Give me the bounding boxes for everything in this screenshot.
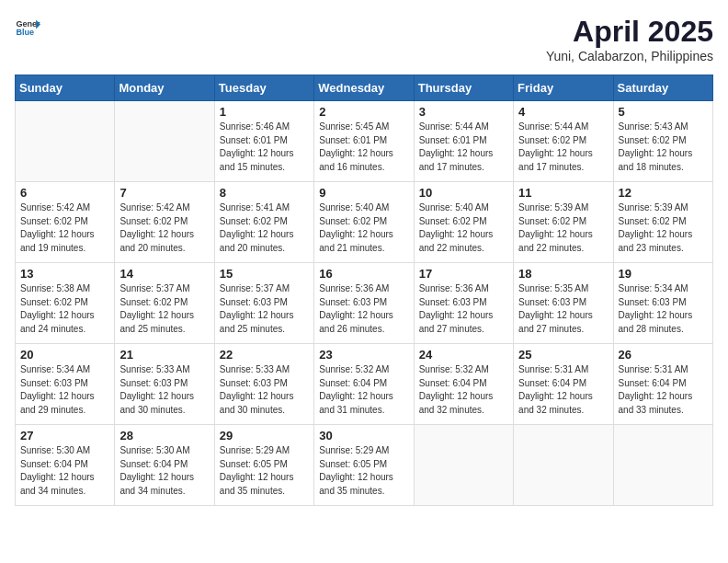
day-number: 27	[20, 429, 109, 442]
calendar-cell	[613, 425, 712, 506]
day-info: Sunrise: 5:38 AM Sunset: 6:02 PM Dayligh…	[20, 282, 109, 336]
day-info: Sunrise: 5:31 AM Sunset: 6:04 PM Dayligh…	[619, 363, 708, 417]
calendar-table: SundayMondayTuesdayWednesdayThursdayFrid…	[15, 75, 713, 506]
day-info: Sunrise: 5:41 AM Sunset: 6:02 PM Dayligh…	[220, 201, 309, 255]
day-info: Sunrise: 5:44 AM Sunset: 6:02 PM Dayligh…	[518, 121, 608, 174]
page-header: General Blue April 2025 Yuni, Calabarzon…	[15, 15, 713, 63]
logo: General Blue	[15, 15, 40, 40]
calendar-cell: 20Sunrise: 5:34 AM Sunset: 6:03 PM Dayli…	[16, 344, 115, 425]
week-row-5: 27Sunrise: 5:30 AM Sunset: 6:04 PM Dayli…	[16, 425, 713, 506]
location-subtitle: Yuni, Calabarzon, Philippines	[546, 49, 713, 63]
day-info: Sunrise: 5:35 AM Sunset: 6:03 PM Dayligh…	[518, 282, 608, 336]
day-info: Sunrise: 5:42 AM Sunset: 6:02 PM Dayligh…	[20, 201, 109, 255]
day-number: 25	[518, 348, 608, 362]
calendar-cell: 6Sunrise: 5:42 AM Sunset: 6:02 PM Daylig…	[16, 182, 115, 263]
day-info: Sunrise: 5:37 AM Sunset: 6:02 PM Dayligh…	[119, 282, 209, 336]
day-number: 19	[619, 267, 708, 281]
day-info: Sunrise: 5:31 AM Sunset: 6:04 PM Dayligh…	[518, 363, 608, 417]
week-row-2: 6Sunrise: 5:42 AM Sunset: 6:02 PM Daylig…	[16, 182, 713, 263]
day-info: Sunrise: 5:44 AM Sunset: 6:01 PM Dayligh…	[419, 121, 508, 174]
calendar-cell: 13Sunrise: 5:38 AM Sunset: 6:02 PM Dayli…	[16, 263, 115, 344]
day-info: Sunrise: 5:42 AM Sunset: 6:02 PM Dayligh…	[119, 201, 209, 255]
day-info: Sunrise: 5:36 AM Sunset: 6:03 PM Dayligh…	[419, 282, 508, 336]
calendar-cell: 23Sunrise: 5:32 AM Sunset: 6:04 PM Dayli…	[314, 344, 414, 425]
week-row-1: 1Sunrise: 5:46 AM Sunset: 6:01 PM Daylig…	[16, 101, 713, 182]
day-info: Sunrise: 5:29 AM Sunset: 6:05 PM Dayligh…	[220, 444, 309, 498]
weekday-header-sunday: Sunday	[16, 75, 115, 101]
day-number: 30	[319, 429, 408, 442]
day-number: 22	[220, 348, 309, 362]
calendar-cell: 5Sunrise: 5:43 AM Sunset: 6:02 PM Daylig…	[613, 101, 712, 182]
calendar-cell: 2Sunrise: 5:45 AM Sunset: 6:01 PM Daylig…	[314, 101, 414, 182]
day-info: Sunrise: 5:33 AM Sunset: 6:03 PM Dayligh…	[119, 363, 209, 417]
svg-text:Blue: Blue	[16, 28, 34, 37]
day-number: 12	[619, 186, 708, 200]
day-number: 14	[119, 267, 209, 281]
day-info: Sunrise: 5:34 AM Sunset: 6:03 PM Dayligh…	[619, 282, 708, 336]
day-info: Sunrise: 5:32 AM Sunset: 6:04 PM Dayligh…	[419, 363, 508, 417]
weekday-header-row: SundayMondayTuesdayWednesdayThursdayFrid…	[16, 75, 713, 101]
calendar-cell: 1Sunrise: 5:46 AM Sunset: 6:01 PM Daylig…	[214, 101, 313, 182]
day-number: 18	[518, 267, 608, 281]
day-number: 20	[20, 348, 109, 362]
calendar-cell	[514, 425, 613, 506]
calendar-cell: 22Sunrise: 5:33 AM Sunset: 6:03 PM Dayli…	[214, 344, 313, 425]
calendar-cell: 3Sunrise: 5:44 AM Sunset: 6:01 PM Daylig…	[414, 101, 513, 182]
day-number: 21	[119, 348, 209, 362]
day-info: Sunrise: 5:46 AM Sunset: 6:01 PM Dayligh…	[220, 121, 309, 174]
calendar-cell: 16Sunrise: 5:36 AM Sunset: 6:03 PM Dayli…	[314, 263, 414, 344]
day-info: Sunrise: 5:30 AM Sunset: 6:04 PM Dayligh…	[20, 444, 109, 498]
day-info: Sunrise: 5:40 AM Sunset: 6:02 PM Dayligh…	[319, 201, 408, 255]
calendar-cell: 7Sunrise: 5:42 AM Sunset: 6:02 PM Daylig…	[115, 182, 214, 263]
day-info: Sunrise: 5:39 AM Sunset: 6:02 PM Dayligh…	[518, 201, 608, 255]
day-number: 28	[119, 429, 209, 442]
calendar-cell: 24Sunrise: 5:32 AM Sunset: 6:04 PM Dayli…	[414, 344, 513, 425]
logo-icon: General Blue	[15, 15, 40, 40]
title-block: April 2025 Yuni, Calabarzon, Philippines	[546, 15, 713, 63]
day-number: 16	[319, 267, 408, 281]
day-number: 11	[518, 186, 608, 200]
weekday-header-tuesday: Tuesday	[214, 75, 313, 101]
weekday-header-friday: Friday	[514, 75, 613, 101]
calendar-cell: 25Sunrise: 5:31 AM Sunset: 6:04 PM Dayli…	[514, 344, 613, 425]
calendar-cell: 14Sunrise: 5:37 AM Sunset: 6:02 PM Dayli…	[115, 263, 214, 344]
day-number: 10	[419, 186, 508, 200]
day-number: 7	[119, 186, 209, 200]
calendar-cell: 19Sunrise: 5:34 AM Sunset: 6:03 PM Dayli…	[613, 263, 712, 344]
calendar-cell: 21Sunrise: 5:33 AM Sunset: 6:03 PM Dayli…	[115, 344, 214, 425]
calendar-cell: 26Sunrise: 5:31 AM Sunset: 6:04 PM Dayli…	[613, 344, 712, 425]
calendar-cell: 8Sunrise: 5:41 AM Sunset: 6:02 PM Daylig…	[214, 182, 313, 263]
calendar-cell: 29Sunrise: 5:29 AM Sunset: 6:05 PM Dayli…	[214, 425, 313, 506]
weekday-header-wednesday: Wednesday	[314, 75, 414, 101]
weekday-header-thursday: Thursday	[414, 75, 513, 101]
week-row-4: 20Sunrise: 5:34 AM Sunset: 6:03 PM Dayli…	[16, 344, 713, 425]
day-info: Sunrise: 5:45 AM Sunset: 6:01 PM Dayligh…	[319, 121, 408, 174]
day-number: 8	[220, 186, 309, 200]
calendar-cell: 12Sunrise: 5:39 AM Sunset: 6:02 PM Dayli…	[613, 182, 712, 263]
calendar-cell	[16, 101, 115, 182]
day-info: Sunrise: 5:37 AM Sunset: 6:03 PM Dayligh…	[220, 282, 309, 336]
weekday-header-monday: Monday	[115, 75, 214, 101]
calendar-cell: 18Sunrise: 5:35 AM Sunset: 6:03 PM Dayli…	[514, 263, 613, 344]
day-number: 4	[518, 105, 608, 119]
calendar-cell: 15Sunrise: 5:37 AM Sunset: 6:03 PM Dayli…	[214, 263, 313, 344]
day-info: Sunrise: 5:32 AM Sunset: 6:04 PM Dayligh…	[319, 363, 408, 417]
day-info: Sunrise: 5:39 AM Sunset: 6:02 PM Dayligh…	[619, 201, 708, 255]
day-number: 29	[220, 429, 309, 442]
calendar-cell: 28Sunrise: 5:30 AM Sunset: 6:04 PM Dayli…	[115, 425, 214, 506]
day-number: 17	[419, 267, 508, 281]
calendar-cell	[414, 425, 513, 506]
day-number: 3	[419, 105, 508, 119]
day-number: 6	[20, 186, 109, 200]
day-info: Sunrise: 5:29 AM Sunset: 6:05 PM Dayligh…	[319, 444, 408, 498]
calendar-cell: 9Sunrise: 5:40 AM Sunset: 6:02 PM Daylig…	[314, 182, 414, 263]
day-number: 5	[619, 105, 708, 119]
day-info: Sunrise: 5:40 AM Sunset: 6:02 PM Dayligh…	[419, 201, 508, 255]
day-number: 1	[220, 105, 309, 119]
day-number: 13	[20, 267, 109, 281]
week-row-3: 13Sunrise: 5:38 AM Sunset: 6:02 PM Dayli…	[16, 263, 713, 344]
day-number: 2	[319, 105, 408, 119]
day-info: Sunrise: 5:43 AM Sunset: 6:02 PM Dayligh…	[619, 121, 708, 174]
day-number: 23	[319, 348, 408, 362]
calendar-cell: 4Sunrise: 5:44 AM Sunset: 6:02 PM Daylig…	[514, 101, 613, 182]
